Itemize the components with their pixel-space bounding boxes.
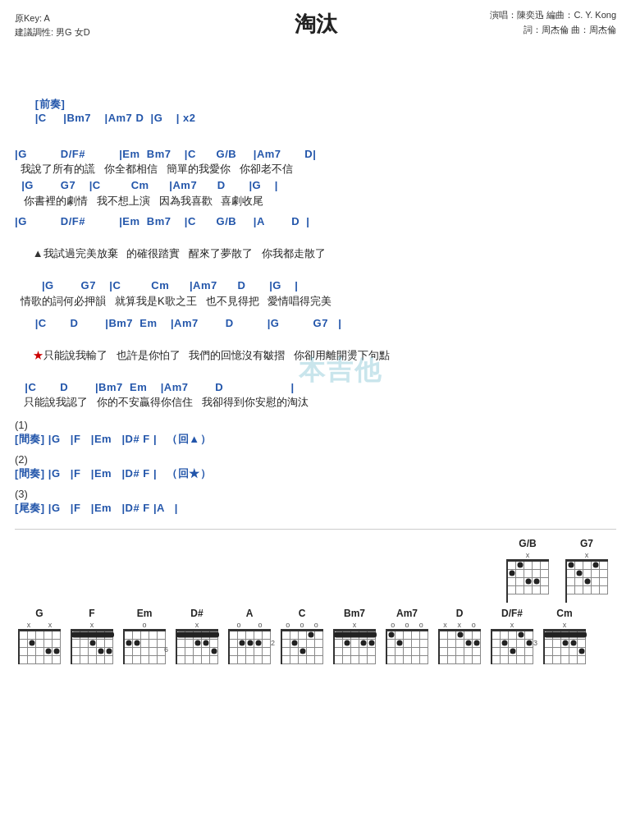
verse2-lyric1-text: 我試過完美放棄 的確很踏實 醒來了夢散了 你我都走散了 <box>43 247 327 259</box>
chord-g: G xx <box>18 608 61 664</box>
verse2-section: |G D/F# |Em Bm7 |C G/B |A D | ▲我試過完美放棄 的… <box>15 215 616 309</box>
interlude2-line: [間奏] |G |F |Em |D# F | （回★） <box>15 467 616 481</box>
triangle-marker: ▲ <box>33 247 43 259</box>
intro-section: [前奏] |C |Bm7 |Am7 D |G | x2 <box>15 84 616 140</box>
chorus-lyric2: 只能說我認了 你的不安贏得你信住 我卻得到你安慰的淘汰 <box>15 394 616 411</box>
verse1-chord2: |G G7 |C Cm |Am7 D |G | <box>15 179 616 193</box>
credits-line2: 詞：周杰倫 曲：周杰倫 <box>490 23 616 38</box>
interlude1-num: (1) <box>15 419 616 431</box>
chord-a: A oo <box>228 608 271 664</box>
chord-gb: G/B x <box>506 538 549 603</box>
chorus-chord2: |C D |Bm7 Em |Am7 D | <box>15 381 616 395</box>
verse1-lyric1: 我說了所有的謊 你全都相信 簡單的我愛你 你卻老不信 <box>15 161 616 177</box>
verse2-chord1: |G D/F# |Em Bm7 |C G/B |A D | <box>15 215 616 229</box>
verse1-section: |G D/F# |Em Bm7 |C G/B |Am7 D| 我說了所有的謊 你… <box>15 148 616 209</box>
interlude1-line: [間奏] |G |F |Em |D# F | （回▲） <box>15 433 616 447</box>
chorus-lyric1: ★只能說我輸了 也許是你怕了 我們的回憶沒有皺摺 你卻用離開燙下句點 <box>15 331 616 379</box>
verse2-chord2: |G G7 |C Cm |Am7 D |G | <box>15 279 616 293</box>
chord-dfsharp: D/F# x <box>491 608 533 664</box>
top-chord-row: G/B x <box>15 538 616 603</box>
star-marker: ★ <box>33 349 43 361</box>
credits: 演唱：陳奕迅 編曲：C. Y. Kong 詞：周杰倫 曲：周杰倫 <box>490 8 616 37</box>
chorus-lyric1-text: 只能說我輸了 也許是你怕了 我們的回憶沒有皺摺 你卻用離開燙下句點 <box>43 349 391 361</box>
interlude1-section: (1) [間奏] |G |F |Em |D# F | （回▲） <box>15 419 616 447</box>
chorus-chord1: |C D |Bm7 Em |Am7 D |G G7 | <box>15 317 616 331</box>
intro-chords: |C |Bm7 |Am7 D |G | x2 <box>35 112 196 124</box>
verse2-lyric2: 情歌的詞何必押韻 就算我是K歌之王 也不見得把 愛情唱得完美 <box>15 293 616 310</box>
outro-num: (3) <box>15 488 616 500</box>
chord-cm: Cm x 3 <box>543 608 586 664</box>
chord-d: D xxo <box>438 608 481 664</box>
credits-line1: 演唱：陳奕迅 編曲：C. Y. Kong <box>490 8 616 23</box>
intro-label: [前奏] <box>35 98 66 110</box>
chord-c: C ooo 2 <box>281 608 323 664</box>
chord-am7: Am7 ooo <box>386 608 428 664</box>
song-title: 淘汰 <box>295 11 337 36</box>
chord-em: Em o <box>123 608 166 664</box>
chord-f: F x <box>71 608 113 664</box>
interlude2-section: (2) [間奏] |G |F |Em |D# F | （回★） <box>15 453 616 481</box>
chorus-section: |C D |Bm7 Em |Am7 D |G G7 | ★只能說我輸了 也許是你… <box>15 317 616 411</box>
interlude2-num: (2) <box>15 453 616 466</box>
verse1-lyric2: 你書裡的劇情 我不想上演 因為我喜歡 喜劇收尾 <box>15 193 616 209</box>
outro-section: (3) [尾奏] |G |F |Em |D# F |A | <box>15 488 616 516</box>
intro-line: [前奏] |C |Bm7 |Am7 D |G | x2 <box>15 84 616 140</box>
verse1-chord1: |G D/F# |Em Bm7 |C G/B |Am7 D| <box>15 148 616 162</box>
outro-line: [尾奏] |G |F |Em |D# F |A | <box>15 502 616 516</box>
page: 原Key: A 建議調性: 男G 女D 淘汰 演唱：陳奕迅 編曲：C. Y. K… <box>0 0 631 840</box>
chord-g7: G7 x <box>565 538 608 603</box>
bottom-chord-row: G xx F x <box>15 608 616 664</box>
chord-bm7: Bm7 x <box>333 608 376 664</box>
verse2-lyric1: ▲我試過完美放棄 的確很踏實 醒來了夢散了 你我都走散了 <box>15 229 616 278</box>
chord-dsharp: D# x 6 <box>176 608 218 664</box>
